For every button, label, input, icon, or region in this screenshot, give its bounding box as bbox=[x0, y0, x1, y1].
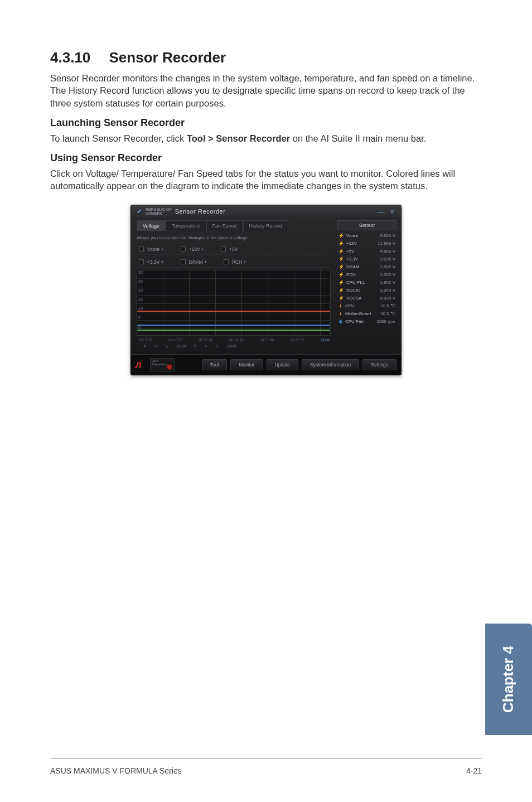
intro-paragraph: Sensor Recorder monitors the changes in … bbox=[50, 72, 482, 109]
voltage-chart: 30 25 20 15 10 5 0 bbox=[137, 270, 331, 336]
zoom-out-icon[interactable]: ⤡ bbox=[165, 344, 168, 349]
monitor-button[interactable]: Monitor bbox=[230, 359, 263, 370]
launch-text-post: on the AI Suite II main menu bar. bbox=[290, 133, 426, 143]
zoom-in-icon[interactable]: ⤢ bbox=[204, 344, 207, 349]
sensor-row: 🌡MotherBoard30.5 ℃ bbox=[337, 311, 396, 317]
rog-check-icon: ✔ bbox=[137, 207, 142, 215]
tab-voltage[interactable]: Voltage bbox=[137, 220, 166, 231]
checkbox-icon[interactable] bbox=[139, 247, 144, 252]
legend-item-pch[interactable]: PCH + bbox=[224, 259, 246, 265]
tab-temperature[interactable]: Temperature bbox=[166, 220, 206, 231]
launch-paragraph: To launch Sensor Recorder, click Tool > … bbox=[50, 132, 482, 144]
legend-row-1: Vcore + +12V + +5V bbox=[137, 244, 331, 255]
legend-label: Vcore + bbox=[147, 247, 164, 252]
launch-subheading: Launching Sensor Recorder bbox=[50, 117, 482, 129]
tab-fan-speed[interactable]: Fan Speed bbox=[206, 220, 243, 231]
zoom-y-value: 100% bbox=[226, 344, 236, 348]
legend-item-12v[interactable]: +12V + bbox=[181, 247, 204, 252]
checkbox-icon[interactable] bbox=[139, 259, 144, 264]
sensor-value: 1.800 V bbox=[380, 280, 395, 285]
sensor-name: +3.3V bbox=[346, 257, 358, 262]
sensor-value: 3.296 V bbox=[380, 257, 395, 262]
sensor-value: 30.5 ℃ bbox=[380, 311, 395, 316]
system-info-button[interactable]: System Information bbox=[302, 359, 359, 370]
sensor-value: 11.996 V bbox=[378, 241, 395, 246]
checkbox-icon[interactable] bbox=[181, 259, 186, 264]
close-button[interactable]: × bbox=[388, 207, 396, 216]
zoom-out-icon[interactable]: ⤡ bbox=[215, 344, 219, 349]
tab-history-record[interactable]: History Record bbox=[243, 220, 289, 231]
minimize-button[interactable]: — bbox=[375, 207, 386, 216]
legend-item-3v3[interactable]: +3.3V + bbox=[139, 259, 164, 265]
sensor-row: ⚡VCCIO1.043 V bbox=[337, 287, 396, 293]
sensor-row: 🌡CPU39.5 ℃ bbox=[337, 303, 396, 309]
sensor-name: CPU bbox=[345, 303, 355, 308]
bolt-icon: ⚡ bbox=[338, 257, 344, 262]
using-paragraph: Click on Voltage/ Temperature/ Fan Speed… bbox=[50, 167, 482, 192]
xtick: 08:26:54 bbox=[199, 338, 212, 342]
sensor-name: MotherBoard bbox=[345, 311, 371, 316]
ytick: 10 bbox=[138, 307, 143, 311]
legend-item-dram[interactable]: DRAM + bbox=[181, 259, 207, 265]
checkbox-icon[interactable] bbox=[181, 247, 186, 252]
section-heading: 4.3.10 Sensor Recorder bbox=[50, 49, 482, 66]
sensor-panel-header: Sensor bbox=[337, 220, 396, 230]
ytick: 25 bbox=[138, 279, 143, 283]
sensor-name: CPU PLL bbox=[346, 280, 365, 285]
launch-text-pre: To launch Sensor Recorder, click bbox=[50, 133, 187, 143]
checkbox-icon[interactable] bbox=[224, 259, 229, 264]
brand-line2: GAMERS bbox=[146, 211, 172, 215]
tool-button[interactable]: Tool bbox=[202, 359, 228, 370]
legend-label: +3.3V + bbox=[147, 259, 164, 265]
sensor-value: 4.960 V bbox=[380, 249, 395, 254]
sensor-name: VCCIO bbox=[346, 288, 360, 293]
thumb-label: CPU Frequency bbox=[151, 359, 174, 366]
legend-item-vcore[interactable]: Vcore + bbox=[139, 247, 164, 252]
clear-link[interactable]: Clear bbox=[321, 338, 330, 342]
ytick: 15 bbox=[138, 297, 143, 301]
suite-bottom-bar: Л CPU Frequency Tool Monitor Update Syst… bbox=[131, 354, 401, 375]
chart-line-12v bbox=[137, 311, 330, 312]
legend-item-5v[interactable]: +5V bbox=[221, 247, 238, 252]
using-subheading: Using Sensor Recorder bbox=[50, 152, 482, 164]
sensor-value: 1.502 V bbox=[380, 264, 395, 269]
sensor-name: Vcore bbox=[346, 233, 358, 238]
sensor-value: 0.920 V bbox=[380, 233, 395, 238]
zoom-controls: X ⤢ ⤡ 100% Y ⤢ ⤡ 100% bbox=[137, 343, 331, 351]
xtick-row: 08:13:02 08:43:35 08:26:54 08:14:36 08:1… bbox=[137, 337, 331, 343]
legend-row-2: +3.3V + DRAM + PCH + bbox=[137, 257, 331, 268]
launch-text-bold: Tool > Sensor Recorder bbox=[187, 133, 290, 143]
legend-label: DRAM + bbox=[189, 259, 207, 265]
zoom-in-icon[interactable]: ⤢ bbox=[154, 344, 157, 349]
sensor-row: ⚡+5V4.960 V bbox=[337, 248, 396, 254]
settings-button[interactable]: Settings bbox=[362, 359, 396, 370]
legend-label: +5V bbox=[229, 247, 238, 252]
sensor-name: PCH bbox=[346, 272, 356, 277]
window-titlebar: ✔ REPUBLIC OF GAMERS Sensor Recorder — × bbox=[131, 205, 401, 217]
ytick: 20 bbox=[138, 288, 143, 292]
sensor-name: CPU Fan bbox=[345, 319, 364, 324]
update-button[interactable]: Update bbox=[267, 359, 298, 370]
ytick: 0 bbox=[138, 326, 141, 330]
tab-hint-text: Allows you to monitor the changes in the… bbox=[137, 233, 331, 244]
chart-line-5v bbox=[137, 325, 330, 326]
sensor-value: 0.928 V bbox=[380, 296, 395, 301]
brand-line1: REPUBLIC OF bbox=[146, 207, 172, 211]
ytick: 30 bbox=[138, 270, 143, 274]
footer-page-number: 4-21 bbox=[466, 766, 482, 775]
sensor-name: +12V bbox=[346, 241, 357, 246]
bolt-icon: ⚡ bbox=[338, 264, 344, 269]
xtick: 08:13:02 bbox=[138, 338, 152, 342]
therm-icon: 🌡 bbox=[338, 303, 343, 308]
bolt-icon: ⚡ bbox=[338, 241, 344, 246]
sensor-value: 39.5 ℃ bbox=[380, 303, 395, 308]
checkbox-icon[interactable] bbox=[221, 247, 226, 252]
sensor-row: ⚡CPU PLL1.800 V bbox=[337, 279, 396, 286]
sensor-name: DRAM bbox=[346, 264, 360, 269]
page-footer: ASUS MAXIMUS V FORMULA Series 4-21 bbox=[50, 766, 482, 775]
sensor-row: ⚡Vcore0.920 V bbox=[337, 233, 396, 239]
cpu-freq-thumbnail[interactable]: CPU Frequency bbox=[150, 358, 175, 371]
asus-logo-icon: Л bbox=[136, 360, 147, 369]
xtick: 08:43:35 bbox=[168, 338, 182, 342]
bolt-icon: ⚡ bbox=[338, 272, 344, 277]
